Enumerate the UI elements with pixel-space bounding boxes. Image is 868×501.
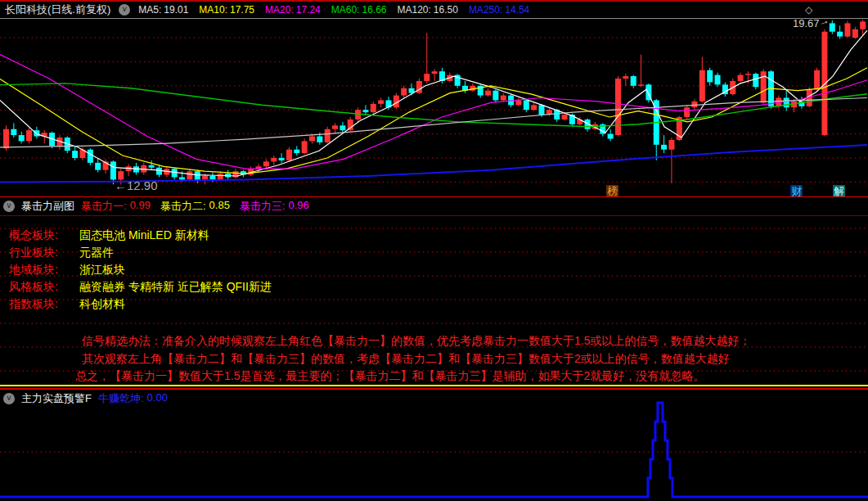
sector-row-label: 概念板块: [9,228,79,243]
ma-legend: MA5:19.01MA10:17.75MA20:17.24MA60:16.66M… [138,4,529,16]
alert-panel-title: 主力实盘预警F [21,391,92,406]
sector-row-value: 元器件 [79,246,114,259]
sector-row-label: 风格板块: [9,280,79,295]
chevron-down-icon[interactable]: ˅ [3,393,15,404]
sector-row-value: 浙江板块 [79,263,125,276]
indicator-value-item: 暴击力一:0.99 [81,199,151,214]
sector-row: 风格板块:融资融券 专精特新 近已解禁 QFII新进 [9,280,272,295]
alert-panel-header[interactable]: ˅ 主力实盘预警F 牛赚乾坤: 0.00 [3,391,168,406]
indicator-value-item: 暴击力二:0.85 [160,199,230,214]
main-chart-header-bar[interactable]: 长阳科技(日线.前复权) ˅ MA5:19.01MA10:17.75MA20:1… [0,0,868,19]
chart-marker-badge[interactable]: 解 [833,185,845,196]
chart-marker-badge[interactable]: 财 [790,185,803,196]
alert-indicator-value: 牛赚乾坤: 0.00 [98,391,168,406]
chevron-down-icon[interactable]: ˅ [119,4,130,16]
signal-instruction-line: 其次观察左上角【暴击力二】和【暴击力三】的数值，考虑【暴击力二】和【暴击力三】数… [82,352,730,367]
ma-legend-item: MA250:14.54 [469,4,529,16]
sector-info-panel[interactable]: 概念板块:固态电池 MiniLED 新材料行业板块:元器件地域板块:浙江板块风格… [0,216,868,386]
sector-row: 行业板块:元器件 [9,246,114,260]
sector-row-label: 指数板块: [9,297,79,312]
trading-app-window: 长阳科技(日线.前复权) ˅ MA5:19.01MA10:17.75MA20:1… [0,0,868,501]
indicator-baseline [0,385,868,386]
stock-title: 长阳科技(日线.前复权) [5,2,110,17]
svg-text:解: 解 [834,185,845,196]
ma-legend-item: MA10:17.75 [199,4,254,16]
signal-instruction-line: 信号精选办法：准备介入的时候观察左上角红色【暴击力一】的数值，优先考虑暴击力一数… [82,334,750,349]
alert-indicator-label: 牛赚乾坤: [98,391,144,406]
chart-marker-badge[interactable]: 榜 [606,185,618,196]
indicator-value-item: 暴击力三:0.96 [240,199,309,214]
indicator-values: 暴击力一:0.99暴击力二:0.85暴击力三:0.96 [81,199,309,214]
alert-indicator-chart[interactable] [0,390,868,501]
alert-indicator-number: 0.00 [147,391,168,406]
low-label: ←12.90 [115,178,158,192]
sector-row: 指数板块:科创材料 [9,297,125,312]
sector-row: 概念板块:固态电池 MiniLED 新材料 [9,228,209,243]
indicator-panel-header-bar[interactable]: ˅ 暴击力副图 暴击力一:0.99暴击力二:0.85暴击力三:0.96 [0,196,868,216]
ma-legend-item: MA120:16.50 [397,4,457,16]
sector-row-value: 固态电池 MiniLED 新材料 [79,228,209,241]
sector-row-value: 科创材料 [79,297,125,310]
candlestick-chart[interactable]: 榜财解←12.9019.67→ [0,20,868,196]
sector-row: 地域板块:浙江板块 [9,263,125,278]
svg-text:财: 财 [792,185,803,196]
last-label: 19.67 [793,20,820,29]
signal-instruction-line: 总之，【暴击力一】数值大于1.5是首选，最主要的；【暴击力二】和【暴击力三】是辅… [75,369,704,384]
indicator-panel-title: 暴击力副图 [21,199,74,214]
ma-legend-item: MA5:19.01 [138,4,188,16]
chevron-down-icon[interactable]: ˅ [3,201,15,212]
diamond-icon[interactable]: ◇ [805,4,812,16]
alert-signal-line [0,403,868,497]
sector-row-label: 地域板块: [9,263,79,278]
ma-legend-item: MA20:17.24 [265,4,321,16]
ma-legend-item: MA60:16.66 [331,4,387,16]
sector-row-label: 行业板块: [9,246,79,260]
svg-text:榜: 榜 [607,185,618,196]
sector-row-value: 融资融券 专精特新 近已解禁 QFII新进 [79,280,272,293]
